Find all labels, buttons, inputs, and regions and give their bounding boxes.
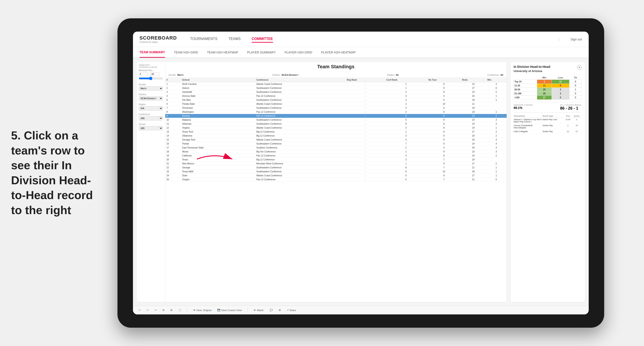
table-row[interactable]: 15 Georgia Tech Atlantic Coast Conferenc… (165, 138, 506, 142)
table-row[interactable]: 16 Florida Southeastern Conference - 7 9… (165, 142, 506, 146)
filter-conference-select[interactable]: (All) (139, 116, 163, 120)
cell-num: 19 (165, 154, 181, 158)
table-row[interactable]: 14 Oklahoma Big 12 Conference - 3 9 26 2 (165, 134, 506, 138)
table-row[interactable]: 21 New Mexico Mountain West Conference -… (165, 162, 506, 166)
redo-btn[interactable]: ↪ (153, 308, 158, 312)
table-row[interactable]: 24 Duke Atlantic Coast Conference - 5 9 … (165, 174, 506, 178)
cell-reg-rank: - (345, 178, 385, 182)
logo-area: SCOREBOARD Powered by clippd (140, 35, 177, 43)
filter-min-rounds-input1[interactable] (139, 72, 148, 76)
tournament-score: 17 (572, 130, 582, 133)
filter-school-select[interactable]: (All) (139, 126, 163, 130)
region-label: Region: (387, 74, 395, 76)
cell-win (486, 106, 506, 110)
share-btn[interactable]: ↗ Share (286, 308, 297, 312)
sub-nav-team-h2h-heatmap[interactable]: TEAM H2H HEATMAP (207, 47, 238, 58)
h2h-range-row: >100 27 0 0 (514, 96, 582, 100)
cell-school: Virginia (181, 126, 255, 130)
save-custom-btn[interactable]: 💾 Save Custom View (216, 308, 243, 312)
cell-conference: Atlantic Coast Conference (255, 102, 346, 106)
tournament-name: Jackson T. Stephens Cup Men's Match-Play… (514, 118, 543, 123)
watch-icon: 👁 (254, 309, 256, 312)
table-row[interactable]: 13 Texas Tech Big 12 Conference - 1 9 27… (165, 130, 506, 134)
watch-btn[interactable]: 👁 Watch (252, 308, 265, 312)
cell-rnds: 18 (461, 98, 486, 102)
cell-school: East Tennessee State (181, 146, 255, 150)
table-row[interactable]: 9 Arizona Pac-12 Conference - 5 8 23 2 (165, 114, 506, 118)
sub-nav-player-h2h-grid[interactable]: PLAYER H2H GRID (284, 47, 312, 58)
filter-region: Region N/A (139, 103, 163, 111)
cell-win: 1 (486, 166, 506, 170)
update-time-label: Update time: (139, 64, 150, 66)
sub-nav-team-h2h-grid[interactable]: TEAM H2H GRID (174, 47, 198, 58)
cell-reg-rank: - (345, 90, 385, 94)
sub-nav-player-h2h-heatmap[interactable]: PLAYER H2H HEATMAP (321, 47, 356, 58)
comment-btn[interactable]: 💬 (268, 308, 274, 312)
table-row[interactable]: 23 Texas A&M Southeastern Conference - 9… (165, 170, 506, 174)
cell-reg-rank: - (345, 154, 385, 158)
sign-out-link[interactable]: Sign out (570, 37, 582, 41)
table-row[interactable]: 17 East Tennessee State Southern Confere… (165, 146, 506, 150)
standings-panel: Update time: 27/03/2024 15:56:26 Minimum… (136, 61, 507, 302)
cell-rnds: 26 (461, 94, 486, 98)
filter-min-rounds-input2[interactable] (150, 72, 159, 76)
table-row[interactable]: 10 Alabama Southeastern Conference - 5 8… (165, 118, 506, 122)
cell-reg-rank: - (345, 150, 385, 154)
filter-gender-select[interactable]: Men's (139, 86, 163, 91)
sub-nav-player-summary[interactable]: PLAYER SUMMARY (247, 47, 276, 58)
table-row[interactable]: 3 Vanderbilt Southeastern Conference - 2… (165, 90, 506, 94)
range-win: 25 (537, 88, 552, 92)
cell-no-tour: 10 (427, 102, 460, 106)
sub-nav-team-summary[interactable]: TEAM SUMMARY (140, 47, 165, 58)
cell-conference: Pac-12 Conference (255, 110, 346, 114)
tournament-row[interactable]: Arizona Thunderbirds Intercollegiate Str… (514, 124, 582, 130)
table-row[interactable]: 1 North Carolina Atlantic Coast Conferen… (165, 82, 506, 86)
cell-win: 2 (486, 134, 506, 138)
table-row[interactable]: 12 Virginia Atlantic Coast Conference - … (165, 126, 506, 130)
copy-btn[interactable]: ⧉ (161, 308, 166, 312)
table-row[interactable]: 6 Florida State Atlantic Coast Conferenc… (165, 102, 506, 106)
wlt-value: 86 - 26 - 1 (560, 106, 582, 111)
close-button[interactable]: ✕ (577, 65, 582, 70)
grid-btn[interactable]: ⊞ (278, 308, 282, 312)
table-row[interactable]: 7 Tennessee Southeastern Conference - 4 … (165, 106, 506, 110)
undo2-btn[interactable]: ↩ (145, 308, 150, 312)
cell-conference: Mountain West Conference (255, 162, 346, 166)
cell-conf-rank: 1 (385, 130, 427, 134)
table-row[interactable]: 25 Oregon Pac-12 Conference - 5 7 21 0 (165, 178, 506, 182)
table-row[interactable]: 2 Auburn Southeastern Conference - 1 9 2… (165, 86, 506, 90)
cell-num: 9 (165, 114, 181, 118)
cell-reg-rank: - (345, 86, 385, 90)
cell-conference: Big 12 Conference (255, 134, 346, 138)
logo-title: SCOREBOARD (140, 35, 177, 41)
filter-region-select[interactable]: N/A (139, 106, 163, 111)
tournament-row[interactable]: Jackson T. Stephens Cup Men's Match-Play… (514, 118, 582, 124)
nav-committee[interactable]: COMMITTEE (252, 36, 273, 43)
table-row[interactable]: 18 Illinois Big Ten Conference - 1 9 23 … (165, 150, 506, 154)
tablet-device: SCOREBOARD Powered by clippd TOURNAMENTS… (118, 18, 604, 328)
cell-conference: Pac-12 Conference (255, 94, 346, 98)
standings-table: # School Conference Reg Rank Conf Rank N… (165, 78, 506, 182)
range-tie: 0 (570, 92, 582, 96)
undo-btn[interactable]: ↩ (138, 308, 142, 312)
filter-rounds-slider[interactable] (139, 77, 163, 80)
table-row[interactable]: 8 Washington Pac-12 Conference - 2 8 23 … (165, 110, 506, 114)
clock-btn[interactable]: 🕐 (177, 308, 183, 312)
nav-teams[interactable]: TEAMS (228, 36, 241, 43)
table-row[interactable]: 20 Texas Big 12 Conference - 3 7 20 (165, 158, 506, 162)
cell-rnds: 24 (461, 142, 486, 146)
range-label: 51-100 (514, 92, 537, 96)
table-row[interactable]: 5 Ole Miss Southeastern Conference - 3 6… (165, 98, 506, 102)
view-original-btn[interactable]: 👁 View: Original (192, 308, 213, 312)
cell-reg-rank: - (345, 174, 385, 178)
tournament-pos: 11 (564, 130, 572, 133)
table-row[interactable]: 11 Arkansas Southeastern Conference - 8 … (165, 122, 506, 126)
cell-school: Vanderbilt (181, 90, 255, 94)
table-row[interactable]: 22 Georgia Southeastern Conference - 8 7… (165, 166, 506, 170)
tournament-row[interactable]: Cabo Collegiate Stroke Play 11 17 (514, 130, 582, 134)
filter-division-select[interactable]: NCAA Division I (139, 96, 163, 101)
nav-tournaments[interactable]: TOURNAMENTS (190, 36, 217, 43)
paste-btn[interactable]: ⊞ (169, 308, 174, 312)
table-row[interactable]: 4 Arizona State Pac-12 Conference - 3 4 … (165, 94, 506, 98)
table-row[interactable]: 19 California Pac-12 Conference - 4 8 24… (165, 154, 506, 158)
